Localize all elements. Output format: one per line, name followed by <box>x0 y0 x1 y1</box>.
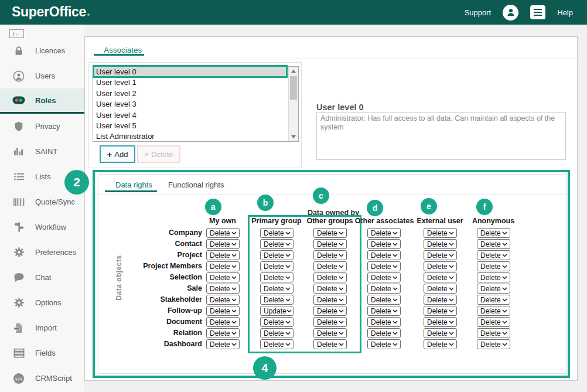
permission-select[interactable]: Update <box>260 306 294 316</box>
sidebar-item-users[interactable]: Users <box>0 63 84 88</box>
permission-select[interactable]: Delete <box>260 328 294 338</box>
permission-select[interactable]: Delete <box>313 228 347 238</box>
role-list-item[interactable]: User level 1 <box>93 77 288 88</box>
permission-select[interactable]: Delete <box>313 239 347 249</box>
permission-select[interactable]: Delete <box>260 317 294 327</box>
permission-select[interactable]: Delete <box>206 328 240 338</box>
permission-select[interactable]: Delete <box>206 228 240 238</box>
sidebar-item-chat[interactable]: Chat <box>0 265 84 290</box>
help-link[interactable]: Help <box>557 8 573 17</box>
permission-select[interactable]: Delete <box>367 239 401 249</box>
permission-select[interactable]: Delete <box>313 284 347 294</box>
permission-select[interactable]: Delete <box>206 339 240 349</box>
role-list-item[interactable]: List Administrator <box>93 131 288 141</box>
permission-select[interactable]: Delete <box>477 228 510 238</box>
sidebar-item-privacy[interactable]: Privacy <box>0 114 84 139</box>
sidebar-item-crmscript[interactable]: </> CRMScript <box>0 366 84 391</box>
permission-select[interactable]: Delete <box>424 250 457 260</box>
permission-select[interactable]: Delete <box>424 328 457 338</box>
permission-select[interactable]: Delete <box>206 295 240 305</box>
permission-select[interactable]: Delete <box>424 306 457 316</box>
tab-associates[interactable]: Associates <box>104 46 142 54</box>
permission-select[interactable]: Delete <box>313 272 347 282</box>
sidebar-item-options[interactable]: Options <box>0 290 84 315</box>
permission-select[interactable]: Delete <box>477 328 510 338</box>
permission-select[interactable]: Delete <box>424 284 457 294</box>
permission-select[interactable]: Delete <box>367 261 401 271</box>
sidebar-item-workflow[interactable]: Workflow <box>0 214 84 240</box>
tab-data-rights[interactable]: Data rights <box>115 180 152 189</box>
scroll-down-icon[interactable] <box>289 132 298 141</box>
permission-select[interactable]: Delete <box>477 261 510 271</box>
permission-select[interactable]: Delete <box>367 306 401 316</box>
permission-select[interactable]: Delete <box>477 250 510 260</box>
permission-select[interactable]: Delete <box>424 261 457 271</box>
permission-select[interactable]: Delete <box>367 272 401 282</box>
role-list-item[interactable]: User level 3 <box>93 99 288 110</box>
permission-select[interactable]: Delete <box>477 306 510 316</box>
permission-select[interactable]: Delete <box>367 295 401 305</box>
permission-select[interactable]: Delete <box>260 272 294 282</box>
permission-select[interactable]: Delete <box>260 339 294 349</box>
sidebar-item-lists[interactable]: Lists <box>0 164 84 189</box>
permission-select[interactable]: Delete <box>424 228 457 238</box>
permission-select[interactable]: Delete <box>367 250 401 260</box>
sidebar-item-saint[interactable]: SAINT <box>0 139 84 164</box>
permission-select[interactable]: Delete <box>313 295 347 305</box>
permission-select[interactable]: Delete <box>424 272 457 282</box>
permission-select[interactable]: Delete <box>260 239 294 249</box>
permission-select[interactable]: Delete <box>313 306 347 316</box>
scrollbar-thumb[interactable] <box>290 76 297 100</box>
permission-select[interactable]: Delete <box>260 295 294 305</box>
permission-select[interactable]: Delete <box>477 284 510 294</box>
permission-select[interactable]: Delete <box>424 317 457 327</box>
scroll-up-icon[interactable] <box>289 67 298 76</box>
permission-select[interactable]: Delete <box>424 339 457 349</box>
collapse-sidebar-icon[interactable]: ← <box>9 29 24 38</box>
permission-select[interactable]: Delete <box>206 284 240 294</box>
sidebar-item-import[interactable]: Import <box>0 315 84 340</box>
user-profile-icon[interactable] <box>503 5 518 21</box>
permission-select[interactable]: Delete <box>260 250 294 260</box>
permission-select[interactable]: Delete <box>477 272 510 282</box>
permission-select[interactable]: Delete <box>206 261 240 271</box>
permission-select[interactable]: Delete <box>424 295 457 305</box>
sidebar-item-roles[interactable]: Roles <box>0 88 84 114</box>
roles-listbox[interactable]: User level 0User level 1User level 2User… <box>93 66 299 142</box>
listbox-scrollbar[interactable] <box>288 67 298 141</box>
role-list-item[interactable]: User level 0 <box>93 67 288 77</box>
permission-select[interactable]: Delete <box>367 284 401 294</box>
sidebar-item-preferences[interactable]: Preferences <box>0 240 84 265</box>
permission-select[interactable]: Delete <box>367 317 401 327</box>
permission-select[interactable]: Delete <box>313 317 347 327</box>
menu-icon[interactable] <box>530 5 545 19</box>
permission-select[interactable]: Delete <box>477 339 510 349</box>
role-list-item[interactable]: User level 4 <box>93 110 288 121</box>
permission-select[interactable]: Delete <box>367 228 401 238</box>
delete-button[interactable]: ×Delete <box>137 145 180 163</box>
support-link[interactable]: Support <box>465 8 492 17</box>
permission-select[interactable]: Delete <box>206 239 240 249</box>
permission-select[interactable]: Delete <box>206 317 240 327</box>
permission-select[interactable]: Delete <box>313 328 347 338</box>
permission-select[interactable]: Delete <box>260 228 294 238</box>
permission-select[interactable]: Delete <box>206 306 240 316</box>
tab-functional-rights[interactable]: Functional rights <box>168 180 224 189</box>
permission-select[interactable]: Delete <box>206 272 240 282</box>
role-description-field[interactable]: Administrator: Has full access to all da… <box>316 112 566 160</box>
permission-select[interactable]: Delete <box>260 261 294 271</box>
sidebar-item-licences[interactable]: Licences <box>0 38 84 63</box>
permission-select[interactable]: Delete <box>313 261 347 271</box>
permission-select[interactable]: Delete <box>367 328 401 338</box>
role-list-item[interactable]: User level 5 <box>93 121 288 131</box>
permission-select[interactable]: Delete <box>313 250 347 260</box>
role-list-item[interactable]: User level 2 <box>93 88 288 99</box>
add-button[interactable]: +Add <box>100 145 135 163</box>
permission-select[interactable]: Delete <box>477 317 510 327</box>
permission-select[interactable]: Delete <box>367 339 401 349</box>
permission-select[interactable]: Delete <box>424 239 457 249</box>
permission-select[interactable]: Delete <box>477 295 510 305</box>
permission-select[interactable]: Delete <box>260 284 294 294</box>
permission-select[interactable]: Delete <box>477 239 510 249</box>
sidebar-item-quote-sync[interactable]: Quote/Sync <box>0 189 84 214</box>
